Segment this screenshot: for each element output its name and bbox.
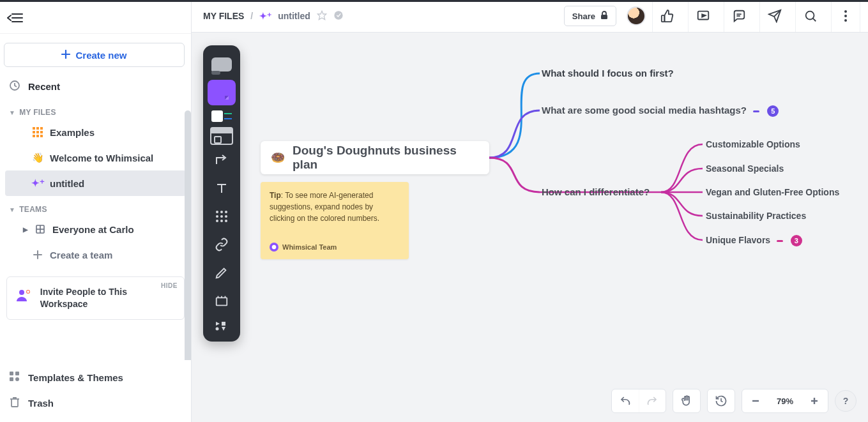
history-button[interactable]: [707, 389, 735, 413]
mindmap-node-sustainability[interactable]: Sustainability Practices: [706, 211, 806, 221]
sidebar-item-label: Welcome to Whimsical: [50, 153, 153, 163]
thumbs-up-button[interactable]: [652, 0, 681, 32]
expand-badge[interactable]: 5: [767, 105, 779, 117]
svg-marker-28: [317, 11, 326, 19]
zoom-in-button[interactable]: [801, 389, 828, 412]
tool-mindmap[interactable]: [208, 108, 236, 124]
mindmap-node-vegan-gf[interactable]: Vegan and Gluten-Free Options: [706, 187, 839, 197]
sidebar-item-team-everyone[interactable]: ▶ Everyone at Carlo: [5, 216, 186, 242]
sidebar-create-team[interactable]: Create a team: [5, 242, 186, 268]
svg-rect-24: [10, 372, 13, 375]
svg-rect-25: [15, 372, 19, 375]
mindmap-root-node[interactable]: 🍩 Doug's Doughnuts business plan: [261, 141, 489, 174]
collapse-sidebar-button[interactable]: [6, 9, 24, 27]
svg-marker-33: [702, 14, 706, 17]
avatar[interactable]: [627, 6, 646, 26]
canvas-controls: 79% ?: [611, 389, 857, 413]
section-myfiles-label: MY FILES: [19, 108, 56, 117]
sidebar-section-teams[interactable]: ▼ TEAMS: [0, 196, 191, 216]
help-button[interactable]: ?: [835, 390, 857, 412]
create-new-button[interactable]: Create new: [4, 43, 185, 67]
tool-table[interactable]: [208, 204, 236, 229]
svg-point-51: [225, 215, 227, 218]
present-button[interactable]: [688, 0, 717, 32]
node-label: Vegan and Gluten-Free Options: [706, 187, 839, 197]
node-label: Unique Flavors: [706, 235, 770, 245]
templates-label: Templates & Themes: [28, 372, 123, 383]
svg-marker-62: [222, 327, 225, 331]
mindmap-node-hashtags[interactable]: What are some good social media hashtags…: [542, 105, 779, 117]
tool-connector[interactable]: [208, 147, 236, 173]
redo-button[interactable]: [639, 389, 666, 412]
zoom-level[interactable]: 79%: [769, 396, 801, 406]
plus-icon: [61, 50, 70, 61]
sidebar-section-myfiles[interactable]: ▼ MY FILES: [0, 99, 191, 119]
sidebar-item-examples[interactable]: Examples: [5, 119, 186, 145]
mindmap-node-focus[interactable]: What should I focus on first?: [542, 68, 674, 79]
header: MY FILES / ✦⁺ untitled Share: [192, 0, 868, 33]
node-label: Sustainability Practices: [706, 211, 806, 221]
star-icon[interactable]: [317, 10, 327, 22]
pan-tool-button[interactable]: [673, 389, 701, 413]
breadcrumb: MY FILES / ✦⁺ untitled: [203, 10, 344, 22]
tool-draw[interactable]: [208, 260, 236, 285]
sidebar-scrollbar[interactable]: [185, 110, 191, 360]
comments-button[interactable]: [724, 0, 753, 32]
svg-point-50: [220, 215, 223, 218]
svg-point-54: [225, 220, 227, 222]
zoom-out-button[interactable]: [742, 389, 769, 412]
window-top-strip: [0, 0, 868, 2]
caret-down-icon: ▼: [9, 109, 15, 116]
tool-section[interactable]: [208, 288, 236, 313]
sidebar-footer: Templates & Themes Trash: [0, 360, 191, 422]
tool-text[interactable]: [208, 176, 236, 201]
mindmap-node-differentiate[interactable]: How can I differentiate?: [542, 186, 650, 197]
svg-rect-26: [10, 377, 13, 381]
team-label: Everyone at Carlo: [52, 224, 134, 235]
svg-point-20: [19, 290, 24, 295]
tip-sticky-note[interactable]: Tip: To see more AI-generated suggestion…: [261, 182, 409, 259]
tool-sticky-note[interactable]: [208, 80, 236, 105]
sidebar-item-welcome[interactable]: 👋 Welcome to Whimsical: [5, 145, 186, 170]
tool-wireframe[interactable]: [210, 127, 233, 145]
sidebar-item-untitled[interactable]: ✦⁺ untitled: [5, 170, 186, 196]
svg-point-29: [334, 11, 342, 19]
breadcrumb-root[interactable]: MY FILES: [203, 11, 244, 21]
create-team-label: Create a team: [50, 250, 112, 260]
expand-dash-icon: [753, 110, 759, 112]
templates-icon: [9, 371, 20, 384]
invite-card[interactable]: HIDE Invite People to This Workspace: [6, 276, 185, 320]
invite-hide-button[interactable]: HIDE: [161, 282, 178, 289]
svg-line-37: [812, 19, 816, 22]
more-menu-button[interactable]: [831, 0, 860, 32]
tip-body: : To see more AI-generated suggestions, …: [270, 191, 379, 223]
undo-button[interactable]: [612, 389, 639, 412]
undo-redo-group: [611, 389, 666, 413]
team-icon: [34, 224, 46, 234]
create-new-label: Create new: [75, 50, 126, 61]
send-button[interactable]: [759, 0, 789, 32]
svg-rect-30: [601, 15, 607, 19]
doughnut-icon: 🍩: [271, 151, 285, 165]
checkmark-circle-icon[interactable]: [333, 10, 344, 22]
doc-title[interactable]: untitled: [278, 11, 310, 21]
sidebar-recent[interactable]: Recent: [0, 73, 191, 99]
sidebar-templates[interactable]: Templates & Themes: [0, 365, 191, 390]
mindmap-node-customizable[interactable]: Customizable Options: [706, 139, 800, 149]
share-button[interactable]: Share: [564, 6, 616, 26]
tool-link[interactable]: [208, 232, 236, 257]
tool-comment[interactable]: [208, 52, 236, 77]
trash-label: Trash: [28, 398, 54, 409]
svg-rect-10: [36, 131, 39, 133]
mindmap-node-unique-flavors[interactable]: Unique Flavors 3: [706, 235, 802, 246]
tip-label: Tip: [270, 191, 281, 200]
mindmap-node-seasonal[interactable]: Seasonal Specials: [706, 163, 784, 174]
svg-rect-9: [33, 131, 35, 133]
canvas[interactable]: 🍩 Doug's Doughnuts business plan What sh…: [192, 33, 868, 422]
tool-more[interactable]: [208, 316, 236, 335]
svg-point-52: [216, 220, 218, 222]
sidebar-trash[interactable]: Trash: [0, 390, 191, 416]
search-button[interactable]: [795, 0, 825, 32]
expand-badge[interactable]: 3: [791, 235, 802, 246]
svg-point-46: [216, 211, 218, 213]
